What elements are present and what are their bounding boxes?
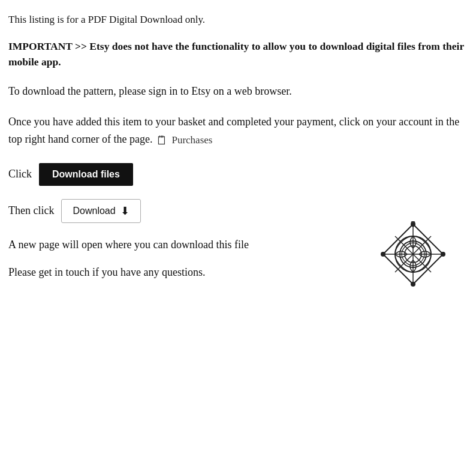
svg-point-11 — [381, 252, 385, 257]
download-button[interactable]: Download ⬇ — [61, 199, 140, 223]
then-click-label: Then click — [8, 204, 54, 217]
important-label: IMPORTANT >> — [8, 40, 89, 52]
bottom-section: A new page will open where you can downl… — [8, 236, 464, 282]
paragraph-sign-in: To download the pattern, please sign in … — [8, 83, 464, 100]
then-click-row: Then click Download ⬇ — [8, 199, 464, 223]
download-button-label: Download — [73, 206, 115, 216]
svg-point-9 — [441, 252, 445, 257]
paragraph-basket-text: Once you have added this item to your ba… — [8, 116, 459, 145]
intro-text: This listing is for a PDF Digital Downlo… — [8, 12, 464, 28]
click-download-files-row: Click Download files — [8, 163, 464, 186]
svg-point-10 — [411, 282, 415, 287]
paragraph-basket: Once you have added this item to your ba… — [8, 113, 464, 150]
purchases-label: Purchases — [171, 132, 212, 148]
purchases-indicator: 🗒 Purchases — [156, 131, 212, 150]
download-arrow-icon: ⬇ — [120, 204, 129, 218]
download-files-button[interactable]: Download files — [39, 163, 133, 186]
click-label: Click — [8, 168, 32, 180]
important-block: IMPORTANT >> Etsy does not have the func… — [8, 38, 464, 70]
celtic-knot-logo — [380, 221, 446, 287]
purchases-icon: 🗒 — [156, 131, 168, 150]
